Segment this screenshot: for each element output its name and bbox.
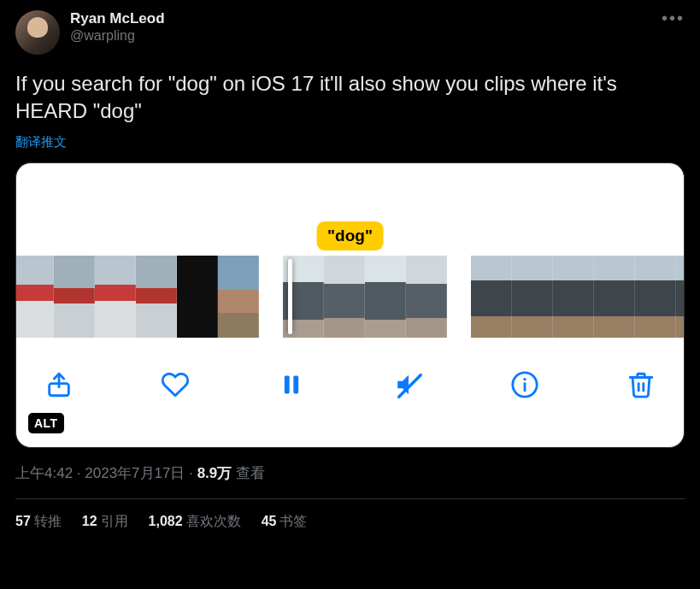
mute-icon[interactable] [391,368,426,402]
tweet-time[interactable]: 上午4:42 [15,465,73,481]
user-block[interactable]: Ryan McLeod @warpling [70,10,165,44]
media-card[interactable]: "dog" [15,162,685,448]
media-top-area: "dog" [16,163,684,256]
clip-thumb[interactable] [54,256,95,338]
avatar[interactable] [15,10,60,55]
tweet-date[interactable]: 2023年7月17日 [85,465,185,481]
tweet-meta: 上午4:42 · 2023年7月17日 · 8.9万 查看 [15,463,685,483]
trash-icon[interactable] [624,368,658,402]
svg-rect-2 [294,375,299,393]
transcript-chip: "dog" [316,221,384,250]
share-icon[interactable] [42,368,76,402]
retweets-stat[interactable]: 57转推 [15,513,62,531]
translate-link[interactable]: 翻译推文 [15,134,67,150]
media-toolbar [16,338,684,413]
clip-thumb[interactable] [136,256,177,338]
pause-icon[interactable] [274,368,309,402]
clip-thumb[interactable] [635,256,676,338]
clip-thumb[interactable] [553,256,594,338]
tweet-container: ••• Ryan McLeod @warpling If you search … [0,0,700,531]
more-button[interactable]: ••• [662,9,685,28]
user-handle: @warpling [70,28,165,44]
clip-thumb[interactable] [324,256,365,338]
clip-thumb[interactable] [95,256,136,338]
tweet-text: If you search for "dog" on iOS 17 it'll … [15,70,685,126]
clip-group[interactable] [471,256,685,338]
likes-stat[interactable]: 1,082喜欢次数 [149,513,241,531]
display-name: Ryan McLeod [70,10,165,27]
clip-thumb[interactable] [676,256,685,338]
views-label: 查看 [236,465,265,481]
views-count: 8.9万 [197,465,232,481]
heart-icon[interactable] [158,368,192,402]
clip-thumb[interactable] [406,256,447,338]
stats-row: 57转推 12引用 1,082喜欢次数 45书签 [15,513,685,531]
alt-badge[interactable]: ALT [28,413,64,433]
clip-thumb[interactable] [594,256,635,338]
clip-thumb[interactable] [177,256,218,338]
clip-thumb[interactable] [471,256,512,338]
tweet-header: Ryan McLeod @warpling [15,10,685,55]
playhead-scrubber[interactable] [288,259,292,334]
info-icon[interactable] [508,368,542,402]
clip-thumb[interactable] [218,256,259,338]
svg-point-6 [523,378,526,380]
clip-group[interactable] [283,256,447,338]
clip-thumb[interactable] [365,256,406,338]
divider [15,498,685,499]
quotes-stat[interactable]: 12引用 [82,513,128,531]
clip-thumb[interactable] [15,256,54,338]
video-timeline[interactable] [15,256,685,338]
bookmarks-stat[interactable]: 45书签 [262,513,308,531]
clip-thumb[interactable] [512,256,553,338]
clip-group[interactable] [15,256,259,338]
svg-rect-1 [285,375,290,393]
